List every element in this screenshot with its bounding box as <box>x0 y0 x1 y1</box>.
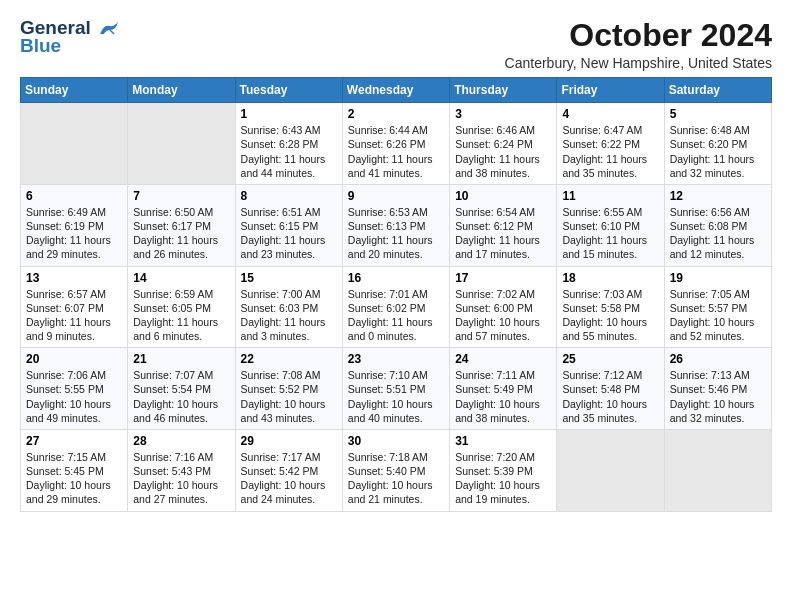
logo: General Blue <box>20 18 120 56</box>
day-number: 16 <box>348 271 444 285</box>
day-info: Sunrise: 7:10 AM Sunset: 5:51 PM Dayligh… <box>348 368 444 425</box>
calendar-row: 13Sunrise: 6:57 AM Sunset: 6:07 PM Dayli… <box>21 266 772 348</box>
day-number: 7 <box>133 189 229 203</box>
table-row: 26Sunrise: 7:13 AM Sunset: 5:46 PM Dayli… <box>664 348 771 430</box>
table-row <box>128 103 235 185</box>
day-info: Sunrise: 6:50 AM Sunset: 6:17 PM Dayligh… <box>133 205 229 262</box>
day-info: Sunrise: 7:07 AM Sunset: 5:54 PM Dayligh… <box>133 368 229 425</box>
table-row: 20Sunrise: 7:06 AM Sunset: 5:55 PM Dayli… <box>21 348 128 430</box>
header-wednesday: Wednesday <box>342 78 449 103</box>
table-row: 11Sunrise: 6:55 AM Sunset: 6:10 PM Dayli… <box>557 184 664 266</box>
day-info: Sunrise: 7:18 AM Sunset: 5:40 PM Dayligh… <box>348 450 444 507</box>
table-row: 8Sunrise: 6:51 AM Sunset: 6:15 PM Daylig… <box>235 184 342 266</box>
day-number: 22 <box>241 352 337 366</box>
day-number: 21 <box>133 352 229 366</box>
calendar-row: 1Sunrise: 6:43 AM Sunset: 6:28 PM Daylig… <box>21 103 772 185</box>
day-info: Sunrise: 6:55 AM Sunset: 6:10 PM Dayligh… <box>562 205 658 262</box>
table-row <box>557 429 664 511</box>
day-info: Sunrise: 7:01 AM Sunset: 6:02 PM Dayligh… <box>348 287 444 344</box>
table-row: 18Sunrise: 7:03 AM Sunset: 5:58 PM Dayli… <box>557 266 664 348</box>
day-number: 24 <box>455 352 551 366</box>
header: General Blue October 2024 Canterbury, Ne… <box>20 18 772 71</box>
table-row: 6Sunrise: 6:49 AM Sunset: 6:19 PM Daylig… <box>21 184 128 266</box>
day-number: 26 <box>670 352 766 366</box>
day-number: 8 <box>241 189 337 203</box>
day-number: 9 <box>348 189 444 203</box>
day-info: Sunrise: 6:53 AM Sunset: 6:13 PM Dayligh… <box>348 205 444 262</box>
day-number: 5 <box>670 107 766 121</box>
table-row: 7Sunrise: 6:50 AM Sunset: 6:17 PM Daylig… <box>128 184 235 266</box>
table-row: 27Sunrise: 7:15 AM Sunset: 5:45 PM Dayli… <box>21 429 128 511</box>
day-info: Sunrise: 6:49 AM Sunset: 6:19 PM Dayligh… <box>26 205 122 262</box>
day-info: Sunrise: 7:11 AM Sunset: 5:49 PM Dayligh… <box>455 368 551 425</box>
page: General Blue October 2024 Canterbury, Ne… <box>0 0 792 612</box>
table-row: 15Sunrise: 7:00 AM Sunset: 6:03 PM Dayli… <box>235 266 342 348</box>
logo-text-line2: Blue <box>20 36 120 56</box>
header-tuesday: Tuesday <box>235 78 342 103</box>
table-row: 30Sunrise: 7:18 AM Sunset: 5:40 PM Dayli… <box>342 429 449 511</box>
table-row: 17Sunrise: 7:02 AM Sunset: 6:00 PM Dayli… <box>450 266 557 348</box>
day-info: Sunrise: 6:59 AM Sunset: 6:05 PM Dayligh… <box>133 287 229 344</box>
day-number: 29 <box>241 434 337 448</box>
day-info: Sunrise: 7:08 AM Sunset: 5:52 PM Dayligh… <box>241 368 337 425</box>
table-row: 2Sunrise: 6:44 AM Sunset: 6:26 PM Daylig… <box>342 103 449 185</box>
day-info: Sunrise: 6:56 AM Sunset: 6:08 PM Dayligh… <box>670 205 766 262</box>
day-number: 6 <box>26 189 122 203</box>
day-number: 25 <box>562 352 658 366</box>
table-row: 21Sunrise: 7:07 AM Sunset: 5:54 PM Dayli… <box>128 348 235 430</box>
day-number: 10 <box>455 189 551 203</box>
calendar-row: 27Sunrise: 7:15 AM Sunset: 5:45 PM Dayli… <box>21 429 772 511</box>
table-row <box>21 103 128 185</box>
calendar-row: 20Sunrise: 7:06 AM Sunset: 5:55 PM Dayli… <box>21 348 772 430</box>
header-sunday: Sunday <box>21 78 128 103</box>
day-info: Sunrise: 7:15 AM Sunset: 5:45 PM Dayligh… <box>26 450 122 507</box>
day-info: Sunrise: 7:02 AM Sunset: 6:00 PM Dayligh… <box>455 287 551 344</box>
table-row: 16Sunrise: 7:01 AM Sunset: 6:02 PM Dayli… <box>342 266 449 348</box>
day-info: Sunrise: 7:05 AM Sunset: 5:57 PM Dayligh… <box>670 287 766 344</box>
day-number: 19 <box>670 271 766 285</box>
day-number: 27 <box>26 434 122 448</box>
day-info: Sunrise: 7:12 AM Sunset: 5:48 PM Dayligh… <box>562 368 658 425</box>
table-row: 12Sunrise: 6:56 AM Sunset: 6:08 PM Dayli… <box>664 184 771 266</box>
day-number: 14 <box>133 271 229 285</box>
table-row: 5Sunrise: 6:48 AM Sunset: 6:20 PM Daylig… <box>664 103 771 185</box>
day-number: 13 <box>26 271 122 285</box>
table-row: 13Sunrise: 6:57 AM Sunset: 6:07 PM Dayli… <box>21 266 128 348</box>
table-row: 9Sunrise: 6:53 AM Sunset: 6:13 PM Daylig… <box>342 184 449 266</box>
table-row: 25Sunrise: 7:12 AM Sunset: 5:48 PM Dayli… <box>557 348 664 430</box>
day-info: Sunrise: 6:51 AM Sunset: 6:15 PM Dayligh… <box>241 205 337 262</box>
day-info: Sunrise: 7:17 AM Sunset: 5:42 PM Dayligh… <box>241 450 337 507</box>
day-info: Sunrise: 7:03 AM Sunset: 5:58 PM Dayligh… <box>562 287 658 344</box>
table-row: 3Sunrise: 6:46 AM Sunset: 6:24 PM Daylig… <box>450 103 557 185</box>
header-monday: Monday <box>128 78 235 103</box>
day-info: Sunrise: 6:44 AM Sunset: 6:26 PM Dayligh… <box>348 123 444 180</box>
day-info: Sunrise: 7:13 AM Sunset: 5:46 PM Dayligh… <box>670 368 766 425</box>
day-number: 31 <box>455 434 551 448</box>
table-row: 22Sunrise: 7:08 AM Sunset: 5:52 PM Dayli… <box>235 348 342 430</box>
day-number: 12 <box>670 189 766 203</box>
table-row: 4Sunrise: 6:47 AM Sunset: 6:22 PM Daylig… <box>557 103 664 185</box>
table-row: 31Sunrise: 7:20 AM Sunset: 5:39 PM Dayli… <box>450 429 557 511</box>
day-info: Sunrise: 6:47 AM Sunset: 6:22 PM Dayligh… <box>562 123 658 180</box>
table-row: 1Sunrise: 6:43 AM Sunset: 6:28 PM Daylig… <box>235 103 342 185</box>
day-number: 1 <box>241 107 337 121</box>
day-info: Sunrise: 7:16 AM Sunset: 5:43 PM Dayligh… <box>133 450 229 507</box>
day-number: 11 <box>562 189 658 203</box>
month-title: October 2024 <box>505 18 772 53</box>
day-number: 4 <box>562 107 658 121</box>
calendar-table: Sunday Monday Tuesday Wednesday Thursday… <box>20 77 772 511</box>
day-info: Sunrise: 6:46 AM Sunset: 6:24 PM Dayligh… <box>455 123 551 180</box>
day-info: Sunrise: 7:20 AM Sunset: 5:39 PM Dayligh… <box>455 450 551 507</box>
day-info: Sunrise: 7:06 AM Sunset: 5:55 PM Dayligh… <box>26 368 122 425</box>
table-row: 29Sunrise: 7:17 AM Sunset: 5:42 PM Dayli… <box>235 429 342 511</box>
day-info: Sunrise: 6:43 AM Sunset: 6:28 PM Dayligh… <box>241 123 337 180</box>
day-number: 20 <box>26 352 122 366</box>
location: Canterbury, New Hampshire, United States <box>505 55 772 71</box>
table-row: 10Sunrise: 6:54 AM Sunset: 6:12 PM Dayli… <box>450 184 557 266</box>
table-row <box>664 429 771 511</box>
day-info: Sunrise: 6:48 AM Sunset: 6:20 PM Dayligh… <box>670 123 766 180</box>
table-row: 19Sunrise: 7:05 AM Sunset: 5:57 PM Dayli… <box>664 266 771 348</box>
header-friday: Friday <box>557 78 664 103</box>
day-number: 18 <box>562 271 658 285</box>
day-number: 23 <box>348 352 444 366</box>
